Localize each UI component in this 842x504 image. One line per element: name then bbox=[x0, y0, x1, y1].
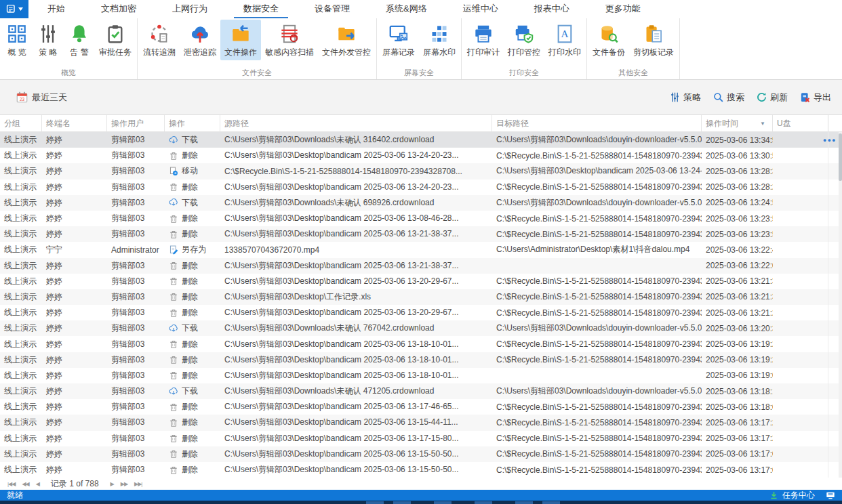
screen-record-button[interactable]: 屏幕记录 bbox=[378, 20, 419, 60]
next-record-button[interactable]: ▶ bbox=[108, 481, 116, 487]
vertical-scrollbar[interactable] bbox=[839, 132, 842, 478]
cell-time: 2025-03-06 13:23:54 bbox=[702, 214, 773, 224]
table-row[interactable]: 线上演示 婷婷 剪辑部03 删除 C:\Users\剪辑部03\Desktop\… bbox=[0, 274, 842, 289]
cell-group: 线上演示 bbox=[0, 464, 42, 476]
file-backup-button[interactable]: 文件备份 bbox=[588, 20, 629, 60]
ribbon-tab[interactable]: 数据安全 bbox=[234, 0, 288, 18]
cell-user: 剪辑部03 bbox=[107, 150, 165, 161]
table-row[interactable]: 线上演示 婷婷 剪辑部03 下载 C:\Users\剪辑部03\Download… bbox=[0, 383, 842, 399]
table-row[interactable]: 线上演示 婷婷 剪辑部03 删除 C:\Users\剪辑部03\Desktop\… bbox=[0, 352, 842, 368]
first-page-button[interactable]: |◀◀ bbox=[5, 481, 17, 487]
task-center-button[interactable]: 任务中心 bbox=[769, 490, 835, 501]
ribbon-tab[interactable]: 报表中心 bbox=[525, 0, 579, 18]
cell-source-path: C:\$Recycle.Bin\S-1-5-21-525888014-15481… bbox=[220, 167, 492, 176]
sensitive-scan-button[interactable]: 敏感内容扫描 bbox=[261, 20, 318, 60]
column-header-group[interactable]: 分组 bbox=[0, 115, 42, 131]
table-row[interactable]: 线上演示 婷婷 剪辑部03 删除 C:\Users\剪辑部03\Desktop\… bbox=[0, 211, 842, 226]
table-row[interactable]: 线上演示 婷婷 剪辑部03 删除 C:\Users\剪辑部03\Desktop\… bbox=[0, 446, 842, 462]
cell-source-path: C:\Users\剪辑部03\Desktop\bandicam 2025-03-… bbox=[220, 417, 492, 428]
app-menu-button[interactable] bbox=[0, 0, 28, 18]
table-row[interactable]: 线上演示 婷婷 剪辑部03 删除 C:\Users\剪辑部03\Desktop\… bbox=[0, 258, 842, 274]
table-row[interactable]: 线上演示 婷婷 剪辑部03 删除 C:\Users\剪辑部03\Desktop\… bbox=[0, 415, 842, 430]
alert-button[interactable]: 告 警 bbox=[64, 20, 95, 60]
cell-usb bbox=[773, 368, 828, 383]
row-actions-button[interactable]: ••• bbox=[823, 132, 837, 148]
move-icon bbox=[169, 167, 178, 176]
sort-caret-icon[interactable]: ▼ bbox=[760, 121, 768, 127]
column-header-target-path[interactable]: 目标路径 bbox=[492, 115, 702, 131]
table-row[interactable]: 线上演示 婷婷 剪辑部03 删除 C:\Users\剪辑部03\Desktop\… bbox=[0, 289, 842, 305]
search-button[interactable]: 搜索 bbox=[713, 91, 744, 104]
toolbar-actions: 策略 搜索 刷新 导出 bbox=[670, 91, 831, 104]
table-row[interactable]: 线上演示 婷婷 剪辑部03 下载 C:\Users\剪辑部03\Download… bbox=[0, 320, 842, 336]
cell-operation: 移动 bbox=[165, 165, 220, 177]
table-row[interactable]: 线上演示 婷婷 剪辑部03 删除 C:\Users\剪辑部03\Desktop\… bbox=[0, 305, 842, 320]
export-button[interactable]: 导出 bbox=[800, 91, 831, 104]
cell-usb bbox=[773, 211, 828, 226]
circulation-trace-icon bbox=[148, 23, 170, 45]
cell-usb bbox=[773, 258, 828, 274]
table-row[interactable]: 线上演示 婷婷 剪辑部03 删除 C:\Users\剪辑部03\Desktop\… bbox=[0, 399, 842, 415]
fast-next-button[interactable]: ▶▶ bbox=[119, 481, 129, 487]
last-page-button[interactable]: ▶▶| bbox=[132, 481, 144, 487]
table-row[interactable]: 线上演示 婷婷 剪辑部03 移动 C:\$Recycle.Bin\S-1-5-2… bbox=[0, 163, 842, 179]
overview-button[interactable]: 概 览 bbox=[1, 20, 33, 60]
flow-trace-button[interactable]: 流转追溯 bbox=[139, 20, 180, 60]
screen-watermark-button[interactable]: 屏幕水印 bbox=[419, 20, 460, 60]
prev-record-button[interactable]: ◀ bbox=[34, 481, 41, 487]
column-header-terminal[interactable]: 终端名 bbox=[42, 115, 107, 131]
cell-operation: 删除 bbox=[165, 401, 220, 413]
table-row[interactable]: 线上演示 婷婷 剪辑部03 下载 C:\Users\剪辑部03\Download… bbox=[0, 132, 842, 148]
column-header-operation[interactable]: 操作 bbox=[165, 115, 220, 131]
ribbon-tab[interactable]: 文档加密 bbox=[92, 0, 146, 18]
clipboard-record-button[interactable]: 剪切板记录 bbox=[629, 20, 678, 60]
table-row[interactable]: 线上演示 婷婷 剪辑部03 删除 C:\Users\剪辑部03\Desktop\… bbox=[0, 431, 842, 446]
refresh-button[interactable]: 刷新 bbox=[757, 91, 788, 104]
cell-source-path: C:\Users\剪辑部03\Desktop\bandicam 2025-03-… bbox=[220, 433, 492, 444]
table-row[interactable]: 线上演示 婷婷 剪辑部03 删除 C:\Users\剪辑部03\Desktop\… bbox=[0, 226, 842, 242]
leak-track-button[interactable]: 泄密追踪 bbox=[180, 20, 220, 60]
ribbon-group-print-security: 打印审计 打印管控 打印水印 打印安全 bbox=[462, 18, 587, 79]
policy-toolbar-button[interactable]: 策略 bbox=[670, 91, 701, 104]
print-control-button[interactable]: 打印管控 bbox=[504, 20, 544, 60]
application-window: 开始 文档加密 上网行为 数据安全 设备管理 系统&网络 运维中心 报表中心 更… bbox=[0, 0, 842, 504]
cell-group: 线上演示 bbox=[0, 448, 42, 460]
table-row[interactable]: 线上演示 婷婷 剪辑部03 下载 C:\Users\剪辑部03\Download… bbox=[0, 195, 842, 211]
column-header-usb[interactable]: U盘 bbox=[773, 115, 828, 131]
file-operation-button[interactable]: 文件操作 bbox=[220, 20, 261, 60]
approval-tasks-button[interactable]: 审批任务 bbox=[95, 20, 136, 60]
print-audit-button[interactable]: 打印审计 bbox=[463, 20, 504, 60]
column-header-time[interactable]: 操作时间▼ bbox=[702, 115, 773, 131]
table-row[interactable]: 线上演示 婷婷 剪辑部03 删除 C:\Users\剪辑部03\Desktop\… bbox=[0, 462, 842, 478]
cell-time: 2025-03-06 13:34:55 bbox=[702, 135, 773, 145]
table-row[interactable]: 线上演示 婷婷 剪辑部03 删除 C:\Users\剪辑部03\Desktop\… bbox=[0, 180, 842, 195]
ribbon-tab[interactable]: 开始 bbox=[38, 0, 75, 18]
date-range-filter[interactable]: 最近三天 bbox=[16, 91, 67, 104]
filter-toolbar: 最近三天 策略 搜索 刷新 导出 bbox=[0, 80, 842, 115]
printer-shield-icon bbox=[513, 23, 535, 45]
table-row[interactable]: 线上演示 婷婷 剪辑部03 删除 C:\Users\剪辑部03\Desktop\… bbox=[0, 148, 842, 163]
print-watermark-button[interactable]: 打印水印 bbox=[544, 20, 585, 60]
policy-button[interactable]: 策 略 bbox=[33, 20, 64, 60]
fast-prev-button[interactable]: ◀◀ bbox=[20, 481, 31, 487]
file-outgoing-control-button[interactable]: 文件外发管控 bbox=[318, 20, 375, 60]
cell-source-path: C:\Users\剪辑部03\Desktop\bandicam 2025-03-… bbox=[220, 228, 492, 240]
scrollbar-thumb[interactable] bbox=[839, 133, 842, 181]
cell-usb bbox=[773, 132, 828, 148]
ribbon-tab[interactable]: 运维中心 bbox=[454, 0, 508, 18]
delete-icon bbox=[169, 261, 178, 270]
cell-user: 剪辑部03 bbox=[107, 165, 165, 177]
ribbon-tab[interactable]: 上网行为 bbox=[163, 0, 217, 18]
cell-usb bbox=[773, 195, 828, 211]
ribbon-tab[interactable]: 更多功能 bbox=[596, 0, 650, 18]
column-header-source-path[interactable]: 源路径 bbox=[220, 115, 492, 131]
delete-icon bbox=[169, 355, 178, 364]
ribbon-tab[interactable]: 设备管理 bbox=[305, 0, 359, 18]
monitor-icon[interactable] bbox=[826, 490, 835, 500]
table-row[interactable]: 线上演示 婷婷 剪辑部03 删除 C:\Users\剪辑部03\Desktop\… bbox=[0, 336, 842, 352]
ribbon-tab[interactable]: 系统&网络 bbox=[376, 0, 437, 18]
table-row[interactable]: 线上演示 宁宁 Administrator 另存为 13385707043672… bbox=[0, 242, 842, 257]
table-row[interactable]: 线上演示 婷婷 剪辑部03 删除 C:\Users\剪辑部03\Desktop\… bbox=[0, 368, 842, 383]
column-header-user[interactable]: 操作用户 bbox=[107, 115, 165, 131]
ribbon-tab-label: 报表中心 bbox=[534, 3, 569, 15]
